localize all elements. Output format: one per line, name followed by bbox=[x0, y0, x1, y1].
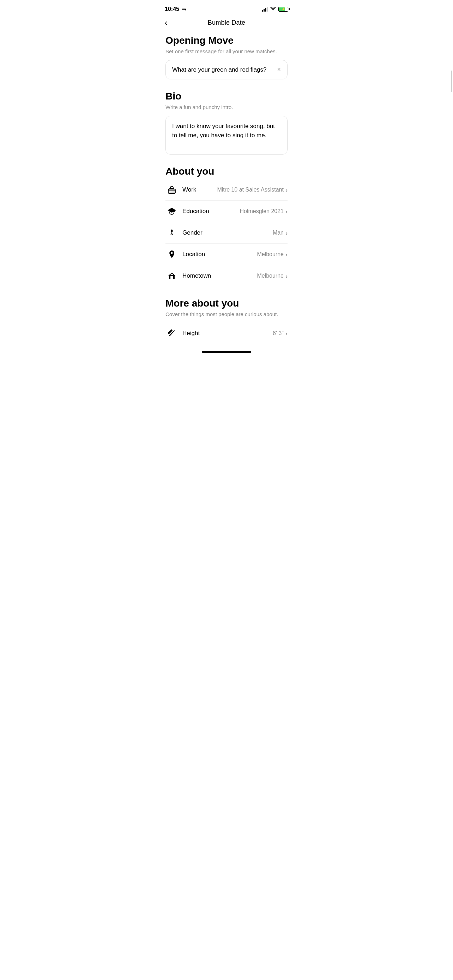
location-label: Location bbox=[183, 251, 257, 258]
bio-subtitle: Write a fun and punchy intro. bbox=[165, 104, 288, 110]
status-bar: 10:45 🛏 ⚡ bbox=[158, 0, 295, 16]
gender-chevron: › bbox=[286, 230, 288, 236]
location-item[interactable]: Location Melbourne › bbox=[165, 244, 288, 265]
education-item[interactable]: Education Holmesglen 2021 › bbox=[165, 201, 288, 222]
signal-bars-icon bbox=[262, 7, 268, 12]
opening-move-section: Opening Move Set one first message for a… bbox=[165, 35, 288, 80]
location-value: Melbourne bbox=[257, 251, 284, 258]
work-chevron: › bbox=[286, 187, 288, 193]
hometown-label: Hometown bbox=[183, 272, 257, 279]
svg-point-9 bbox=[171, 252, 173, 254]
svg-rect-10 bbox=[171, 277, 173, 279]
education-icon bbox=[165, 207, 178, 216]
battery-icon: ⚡ bbox=[278, 7, 288, 12]
education-value: Holmesglen 2021 bbox=[240, 208, 284, 215]
height-item[interactable]: Height 6' 3" › bbox=[165, 323, 288, 344]
education-label: Education bbox=[183, 208, 240, 215]
height-value: 6' 3" bbox=[273, 330, 284, 337]
opening-move-title: Opening Move bbox=[165, 35, 288, 46]
height-chevron: › bbox=[286, 331, 288, 337]
nav-title: Bumble Date bbox=[208, 19, 245, 27]
hometown-chevron: › bbox=[286, 273, 288, 279]
work-value: Mitre 10 at Sales Assistant bbox=[217, 187, 284, 193]
hometown-item[interactable]: Hometown Melbourne › bbox=[165, 265, 288, 286]
education-chevron: › bbox=[286, 208, 288, 215]
work-item[interactable]: Work Mitre 10 at Sales Assistant › bbox=[165, 179, 288, 201]
clear-icon[interactable]: × bbox=[277, 66, 281, 73]
hotel-icon: 🛏 bbox=[181, 6, 186, 12]
bio-section: Bio Write a fun and punchy intro. I want… bbox=[165, 91, 288, 154]
height-label: Height bbox=[183, 330, 273, 337]
gender-item[interactable]: Gender Man › bbox=[165, 222, 288, 244]
gender-label: Gender bbox=[183, 229, 273, 236]
svg-rect-3 bbox=[168, 189, 175, 193]
opening-move-text: What are your green and red flags? bbox=[172, 66, 273, 73]
more-about-you-subtitle: Cover the things most people are curious… bbox=[165, 311, 288, 317]
height-icon bbox=[165, 329, 178, 337]
status-bar-left: 10:45 🛏 bbox=[165, 6, 186, 12]
about-you-section: About you Work Mitre 10 at Sales Assista… bbox=[165, 166, 288, 286]
about-you-title: About you bbox=[165, 166, 288, 177]
work-icon bbox=[165, 186, 178, 194]
gender-icon bbox=[165, 229, 178, 237]
hometown-icon bbox=[165, 272, 178, 280]
hometown-value: Melbourne bbox=[257, 273, 284, 279]
location-chevron: › bbox=[286, 251, 288, 258]
status-time: 10:45 bbox=[165, 6, 179, 12]
home-indicator bbox=[202, 351, 251, 353]
bio-textarea[interactable]: I want to know your favourite song, but … bbox=[165, 116, 288, 154]
nav-header: ‹ Bumble Date bbox=[158, 16, 295, 32]
work-label: Work bbox=[183, 186, 217, 193]
wifi-icon bbox=[270, 6, 276, 13]
location-icon bbox=[165, 250, 178, 259]
svg-line-8 bbox=[172, 234, 173, 235]
bio-title: Bio bbox=[165, 91, 288, 102]
opening-move-subtitle: Set one first message for all your new m… bbox=[165, 48, 288, 54]
more-about-you-title: More about you bbox=[165, 298, 288, 309]
more-about-you-section: More about you Cover the things most peo… bbox=[165, 298, 288, 344]
status-icons: ⚡ bbox=[262, 6, 289, 13]
opening-move-input[interactable]: What are your green and red flags? × bbox=[165, 60, 288, 80]
svg-point-0 bbox=[273, 11, 273, 11]
main-content: Opening Move Set one first message for a… bbox=[158, 32, 295, 344]
bio-text: I want to know your favourite song, but … bbox=[172, 122, 281, 140]
gender-value: Man bbox=[273, 230, 284, 236]
back-button[interactable]: ‹ bbox=[165, 18, 167, 27]
